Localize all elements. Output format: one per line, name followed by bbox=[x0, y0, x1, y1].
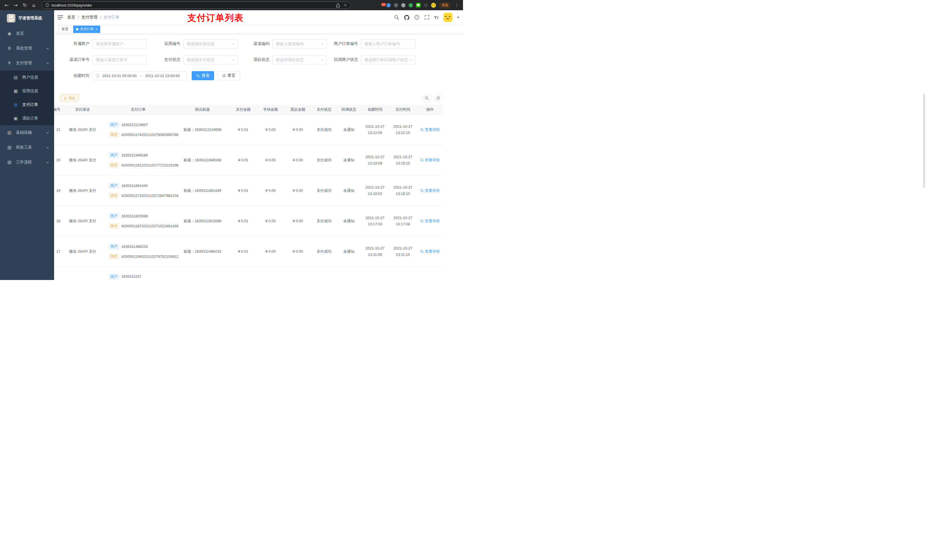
merchant-order-no-input-wrap[interactable] bbox=[361, 39, 415, 48]
reload-button[interactable]: ↻ bbox=[22, 0, 28, 10]
font-size-icon[interactable]: TT bbox=[434, 15, 439, 20]
header-pay-amount: 支付金额 bbox=[230, 105, 257, 115]
channel-code-select[interactable] bbox=[272, 39, 327, 48]
refresh-icon bbox=[436, 96, 440, 100]
filter-label: 退款状态 bbox=[238, 57, 272, 62]
export-button-label: 导出 bbox=[68, 96, 75, 101]
pay-status-input[interactable] bbox=[186, 57, 235, 62]
profile-avatar[interactable] bbox=[431, 3, 436, 8]
user-avatar[interactable] bbox=[443, 13, 452, 22]
menu-label: 退款订单 bbox=[22, 116, 38, 121]
view-detail-link[interactable]: 查看详情 bbox=[420, 127, 440, 132]
sidebar-item-dev-tools[interactable]: ▧ 研发工具 bbox=[0, 140, 54, 155]
share-icon[interactable] bbox=[336, 3, 340, 8]
sidebar-item-workflow[interactable]: ▨ 工作流程 bbox=[0, 155, 54, 170]
sidebar-item-infrastructure[interactable]: ▥ 基础设施 bbox=[0, 125, 54, 140]
bookmark-star-icon[interactable]: ☆ bbox=[343, 0, 347, 10]
breadcrumb-current: 支付订单 bbox=[104, 15, 120, 20]
merchant-badge: 商户 bbox=[109, 274, 119, 279]
wechat-extension-icon[interactable] bbox=[416, 3, 421, 8]
sidebar-item-system[interactable]: ⚙ 系统管理 bbox=[0, 41, 54, 56]
search-button[interactable]: 搜索 bbox=[192, 71, 214, 80]
app-logo[interactable]: 芋道管理系统 bbox=[0, 10, 54, 26]
view-detail-link[interactable]: 查看详情 bbox=[420, 219, 440, 223]
pay-status-select[interactable] bbox=[183, 55, 238, 64]
merchant-badge: 商户 bbox=[109, 122, 119, 127]
header-pay-status: 支付状态 bbox=[312, 105, 337, 115]
refresh-table-button[interactable] bbox=[434, 94, 442, 103]
create-clock: 13:19:09 bbox=[361, 160, 389, 166]
tag-pay-order[interactable]: 支付订单 × bbox=[73, 26, 100, 33]
extension-icon-green[interactable] bbox=[409, 3, 413, 8]
notify-status-cell: 未通知 bbox=[337, 145, 361, 175]
export-button[interactable]: 导出 bbox=[60, 94, 79, 102]
refund-status-select[interactable] bbox=[272, 55, 327, 64]
filter-label: 回调商户状态 bbox=[327, 57, 361, 62]
channel-order-no-input-wrap[interactable] bbox=[92, 55, 147, 64]
filter-form: 所属商户 应用编号 渠道编码 商户订单编号 bbox=[54, 34, 463, 80]
app-select-input[interactable] bbox=[186, 42, 235, 46]
refund-status-input[interactable] bbox=[275, 57, 324, 62]
view-detail-link[interactable]: 查看详情 bbox=[420, 188, 440, 193]
product-title-cell: 标题：1635311949168 bbox=[176, 145, 230, 175]
sidebar-item-refund-order[interactable]: ▣ 退款订单 bbox=[0, 112, 54, 125]
order-id-cell: 20 bbox=[54, 145, 64, 175]
merchant-order-no-input[interactable] bbox=[364, 42, 412, 46]
sidebar-item-merchant-info[interactable]: ▤ 商户信息 bbox=[0, 71, 54, 84]
channel-order-no-input[interactable] bbox=[96, 57, 144, 62]
notify-status-select[interactable] bbox=[361, 55, 415, 64]
header-fee-amount: 手续金额 bbox=[257, 105, 284, 115]
home-button[interactable]: ⌂ bbox=[31, 0, 37, 10]
refund-order-icon: ▣ bbox=[12, 116, 19, 121]
browser-menu-icon[interactable]: ⋮ bbox=[454, 3, 460, 8]
pay-amount-cell: ¥ 0.01 bbox=[230, 236, 257, 267]
view-detail-link[interactable]: 查看详情 bbox=[420, 158, 440, 163]
sidebar-item-pay[interactable]: ¥ 支付管理 bbox=[0, 56, 54, 71]
menu-label: 商户信息 bbox=[22, 75, 38, 80]
reset-button[interactable]: 重置 bbox=[218, 71, 240, 80]
channel-code-input[interactable] bbox=[275, 42, 324, 46]
sidebar-item-app-info[interactable]: ▦ 应用信息 bbox=[0, 84, 54, 98]
browser-update-button[interactable]: 更新 bbox=[439, 2, 451, 9]
search-icon[interactable] bbox=[394, 15, 399, 20]
tag-label: 支付订单 bbox=[80, 27, 94, 32]
pay-badge: 支付 bbox=[109, 254, 119, 259]
site-info-icon[interactable] bbox=[45, 3, 49, 7]
extension-pin-icon[interactable] bbox=[386, 3, 391, 8]
breadcrumb-home[interactable]: 首页 bbox=[67, 15, 75, 20]
svg-text:?: ? bbox=[416, 16, 418, 19]
pay-channel-cell: 微信 JSAPI 支付 bbox=[64, 115, 101, 145]
merchant-select[interactable] bbox=[92, 39, 147, 48]
clock-icon bbox=[96, 74, 100, 78]
view-detail-link[interactable]: 查看详情 bbox=[420, 249, 440, 254]
forward-button[interactable]: → bbox=[12, 0, 19, 10]
filter-label: 支付状态 bbox=[147, 57, 183, 62]
help-icon[interactable]: ? bbox=[414, 15, 419, 20]
chevron-down-icon bbox=[47, 47, 49, 50]
hamburger-icon[interactable] bbox=[54, 15, 67, 20]
action-cell: 查看详情 bbox=[417, 175, 443, 206]
sidebar-item-home[interactable]: ◉ 首页 bbox=[0, 26, 54, 41]
breadcrumb-pay-manage[interactable]: 支付管理 bbox=[82, 15, 97, 20]
breadcrumb: 首页 / 支付管理 / 支付订单 bbox=[67, 15, 120, 20]
dashboard-icon: ◉ bbox=[6, 31, 12, 36]
extension-icon-dark2[interactable] bbox=[424, 3, 428, 8]
back-button[interactable]: ← bbox=[3, 0, 10, 10]
address-bar[interactable]: localhost:1024/pay/order ☆ bbox=[42, 2, 351, 9]
search-toggle-button[interactable] bbox=[422, 94, 431, 103]
tag-home[interactable]: 首页 bbox=[59, 26, 71, 33]
header-product-title: 商品标题 bbox=[176, 105, 230, 115]
sidebar-item-pay-order[interactable]: ◎ 支付订单 bbox=[0, 98, 54, 112]
tag-close-icon[interactable]: × bbox=[95, 27, 97, 31]
extension-icon-dark[interactable] bbox=[394, 3, 398, 8]
notify-status-input[interactable] bbox=[364, 57, 412, 62]
orders-table: 编号 支付渠道 支付订单 商品标题 支付金额 手续金额 退款金额 支付状态 回调… bbox=[54, 105, 463, 280]
fullscreen-icon[interactable] bbox=[424, 15, 430, 20]
extension-icon-gray[interactable] bbox=[401, 3, 406, 8]
search-icon bbox=[420, 219, 424, 223]
create-time-range-picker[interactable]: 2021-10-01 00:00:00 - 2021-10-31 23:59:5… bbox=[92, 71, 187, 80]
github-icon[interactable] bbox=[404, 15, 410, 20]
merchant-select-input[interactable] bbox=[96, 42, 144, 46]
avatar-caret-icon[interactable]: ▾ bbox=[457, 15, 459, 20]
app-select[interactable] bbox=[183, 39, 238, 48]
